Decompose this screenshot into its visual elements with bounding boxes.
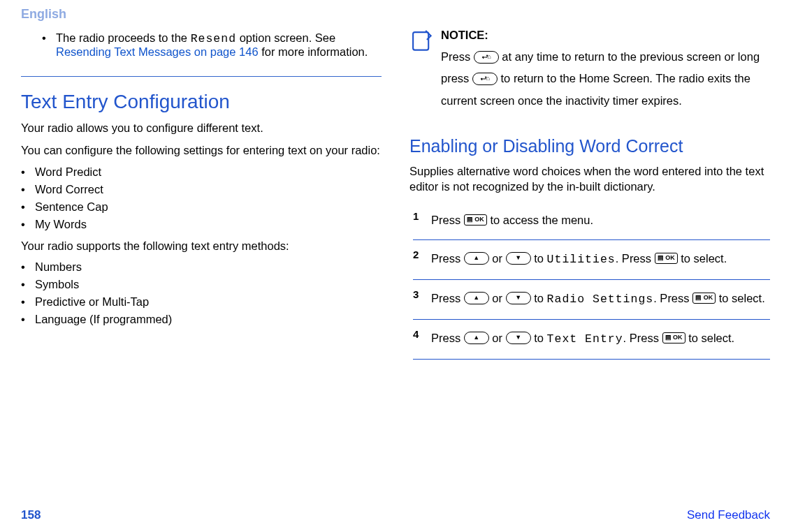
list-item: •Language (If programmed) — [21, 313, 382, 326]
section-divider — [21, 76, 382, 77]
step-number: 2 — [413, 249, 431, 269]
list-item: •My Words — [21, 218, 382, 231]
radio-settings-mono: Radio Settings — [547, 293, 654, 306]
down-key-icon — [506, 292, 531, 304]
notice-block: NOTICE: Press at any time to return to t… — [409, 29, 770, 119]
text: to select. — [688, 332, 734, 344]
list-label: Sentence Cap — [35, 200, 108, 214]
list-item: •Word Correct — [21, 183, 382, 196]
bullet-dot: • — [42, 31, 56, 59]
back-home-key-icon — [472, 73, 498, 85]
right-column: NOTICE: Press at any time to return to t… — [409, 29, 770, 360]
left-column: • The radio proceeds to the Resend optio… — [21, 29, 382, 360]
list-label: Word Correct — [35, 183, 103, 196]
intro-paragraph: Supplies alternative word choices when t… — [409, 163, 770, 195]
text-entry-config-heading: Text Entry Configuration — [21, 91, 382, 113]
text: Press — [431, 332, 464, 344]
text: option screen. See — [236, 31, 335, 44]
text: Press — [431, 214, 464, 226]
config-list: •Word Predict •Word Correct •Sentence Ca… — [21, 165, 382, 231]
text: . Press — [623, 332, 662, 344]
list-item: •Numbers — [21, 260, 382, 274]
list-label: Word Predict — [35, 165, 101, 179]
send-feedback-link[interactable]: Send Feedback — [687, 508, 770, 522]
list-item: •Predictive or Multi-Tap — [21, 295, 382, 309]
text: Press — [431, 292, 464, 304]
svg-rect-0 — [413, 32, 428, 50]
text: to select. — [681, 252, 727, 265]
up-key-icon — [464, 252, 489, 265]
back-home-key-icon — [474, 51, 499, 64]
resending-link[interactable]: Resending Text Messages on page 146 — [56, 45, 259, 58]
text: or — [492, 252, 505, 265]
ok-key-icon: ▤ OK — [662, 332, 685, 343]
step-3: 3 Press or to Radio Settings. Press ▤ OK… — [413, 280, 770, 320]
text: . Press — [616, 252, 655, 265]
bullet-text: The radio proceeds to the Resend option … — [56, 31, 382, 59]
step-number: 1 — [413, 210, 431, 230]
footer: 158 Send Feedback — [21, 508, 770, 522]
notice-icon — [409, 29, 441, 119]
paragraph: You can configure the following settings… — [21, 142, 382, 158]
notice-body: NOTICE: Press at any time to return to t… — [441, 29, 770, 119]
step-4: 4 Press or to Text Entry. Press ▤ OK to … — [413, 320, 770, 360]
text: to — [534, 332, 546, 344]
ok-key-icon: ▤ OK — [464, 214, 487, 226]
notice-label: NOTICE: — [441, 29, 488, 41]
text: to — [534, 292, 546, 304]
list-label: Predictive or Multi-Tap — [35, 295, 149, 309]
paragraph: Your radio supports the following text e… — [21, 238, 382, 253]
paragraph: Your radio allows you to configure diffe… — [21, 120, 382, 135]
down-key-icon — [506, 252, 531, 265]
down-key-icon — [506, 332, 531, 344]
notice-paragraph: Press at any time to return to the previ… — [441, 46, 770, 112]
methods-list: •Numbers •Symbols •Predictive or Multi-T… — [21, 260, 382, 326]
step-number: 4 — [413, 328, 431, 349]
text: or — [492, 332, 505, 344]
list-label: Language (If programmed) — [35, 313, 172, 326]
list-label: Numbers — [35, 260, 82, 274]
resend-bullet: • The radio proceeds to the Resend optio… — [42, 31, 382, 59]
up-key-icon — [464, 292, 489, 304]
step-body: Press or to Radio Settings. Press ▤ OK t… — [431, 288, 770, 309]
ok-key-icon: ▤ OK — [692, 293, 716, 304]
list-item: •Word Predict — [21, 165, 382, 179]
text: Press — [441, 50, 474, 63]
step-body: Press or to Utilities. Press ▤ OK to sel… — [431, 249, 770, 269]
header-language: English — [21, 7, 770, 22]
text: for more information. — [259, 45, 368, 58]
text: to access the menu. — [490, 214, 593, 226]
list-item: •Symbols — [21, 278, 382, 291]
list-item: •Sentence Cap — [21, 200, 382, 214]
step-number: 3 — [413, 288, 431, 309]
step-body: Press ▤ OK to access the menu. — [431, 210, 770, 230]
ok-key-icon: ▤ OK — [655, 253, 678, 264]
resend-mono: Resend — [191, 32, 236, 45]
text: to — [534, 252, 546, 265]
step-body: Press or to Text Entry. Press ▤ OK to se… — [431, 328, 770, 349]
up-key-icon — [464, 332, 489, 344]
text-entry-mono: Text Entry — [547, 332, 623, 346]
text: The radio proceeds to the — [56, 31, 191, 44]
word-correct-heading: Enabling or Disabling Word Correct — [409, 136, 770, 156]
text: Press — [431, 252, 464, 265]
list-label: My Words — [35, 218, 87, 231]
text: to select. — [719, 292, 765, 304]
step-2: 2 Press or to Utilities. Press ▤ OK to s… — [413, 240, 770, 280]
steps-list: 1 Press ▤ OK to access the menu. 2 Press… — [413, 202, 770, 360]
page-number: 158 — [21, 508, 41, 522]
step-1: 1 Press ▤ OK to access the menu. — [413, 202, 770, 240]
utilities-mono: Utilities — [547, 253, 616, 266]
text: . Press — [653, 292, 692, 304]
list-label: Symbols — [35, 278, 79, 291]
text: or — [492, 292, 505, 304]
